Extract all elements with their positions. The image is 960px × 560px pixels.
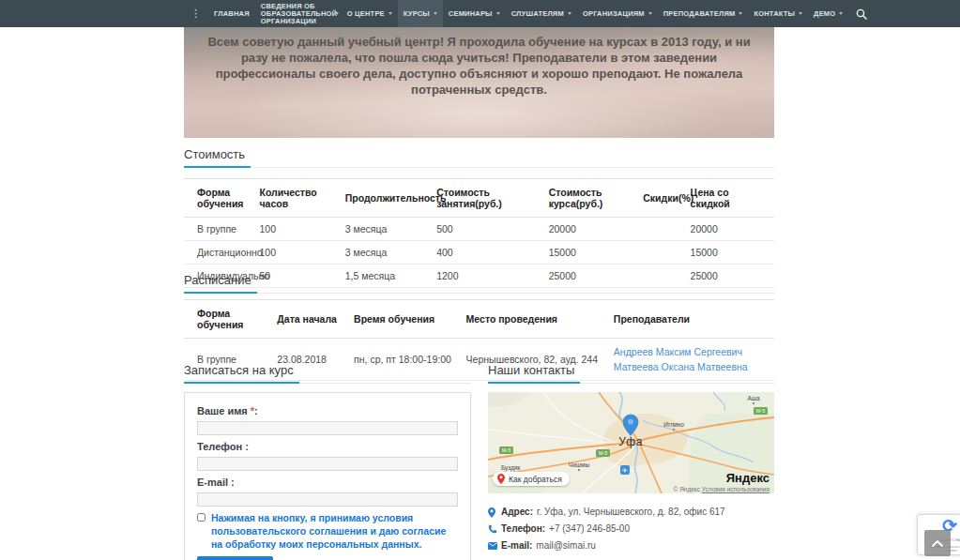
top-navbar: ⋮ ГЛАВНАЯ СВЕДЕНИЯ ОБ ОБРАЗОВАТЕЛЬНОЙ ОР…	[0, 0, 960, 27]
cell: 100	[254, 241, 340, 265]
chevron-down-icon	[648, 12, 652, 15]
chevron-down-icon	[496, 12, 500, 15]
table-row: Дистанционно 100 3 месяца 400 15000 1500…	[184, 241, 774, 265]
table-row: В группе 100 3 месяца 500 20000 20000	[184, 218, 774, 241]
map-city-label: Буздяк	[501, 464, 521, 472]
pricing-section: Стоимость Форма обучения Количество часо…	[184, 145, 774, 288]
nav-item-label: ПРЕПОДАВАТЕЛЯМ	[663, 9, 736, 18]
cell	[638, 218, 685, 241]
nav-item-label: СЕМИНАРЫ	[449, 9, 493, 18]
nav-item-demo[interactable]: ДЕМО	[808, 0, 848, 27]
phone-label: Телефон :	[197, 441, 458, 452]
svg-text:М-5: М-5	[502, 447, 510, 453]
cell: 20000	[544, 218, 639, 241]
pricing-title: Стоимость	[184, 147, 251, 168]
nav-item-contacts[interactable]: КОНТАКТЫ	[748, 0, 808, 27]
nav-item-students[interactable]: СЛУШАТЕЛЯМ	[506, 0, 577, 27]
consent-row: Нажимая на кнопку, я принимаю условия по…	[197, 511, 458, 551]
cell: 400	[432, 241, 544, 265]
col-header: Продолжительность	[341, 179, 432, 218]
nav-item-label: ОРГАНИЗАЦИЯМ	[583, 9, 645, 18]
phone-label: Телефон:	[501, 521, 545, 537]
nav-item-organizations[interactable]: ОРГАНИЗАЦИЯМ	[577, 0, 658, 27]
nav-item-teachers[interactable]: ПРЕПОДАВАТЕЛЯМ	[658, 0, 749, 27]
chevron-down-icon	[739, 12, 742, 15]
airport-icon: ✈	[620, 465, 630, 475]
contacts-title-row: Наши контакты	[488, 361, 774, 384]
col-header: Форма обучения	[184, 300, 272, 339]
col-header: Цена со скидкой	[686, 179, 774, 218]
name-field[interactable]	[197, 421, 458, 435]
review-banner-image: Всем советую данный учебный центр! Я про…	[184, 27, 774, 138]
name-label: Ваше имя *:	[197, 405, 458, 416]
signup-section: Записаться на курс Ваше имя *: Телефон :…	[184, 361, 471, 560]
chevron-down-icon	[568, 12, 571, 15]
cell	[638, 241, 685, 265]
nav-item-courses[interactable]: КУРСЫ	[398, 0, 443, 27]
email-value[interactable]: mail@simai.ru	[536, 537, 596, 554]
email-field[interactable]	[197, 492, 458, 507]
col-header: Место проведения	[462, 300, 609, 339]
cell: 3 месяца	[341, 218, 432, 241]
map-city-label: Иглино	[663, 421, 684, 428]
menu-dots-icon[interactable]: ⋮	[185, 0, 208, 27]
contacts-title: Наши контакты	[488, 363, 580, 384]
directions-button[interactable]: Как добраться	[493, 472, 570, 486]
signup-title: Записаться на курс	[184, 363, 299, 384]
chevron-down-icon	[799, 12, 802, 15]
nav-item-home[interactable]: ГЛАВНАЯ	[208, 0, 255, 27]
contacts-section: Наши контакты М-5	[488, 361, 774, 560]
chevron-down-icon	[434, 12, 437, 15]
cell: 500	[432, 218, 544, 241]
road-badge-m5: М-5	[754, 407, 768, 415]
search-icon[interactable]	[848, 0, 875, 27]
schedule-header-row: Форма обучения Дата начала Время обучени…	[184, 300, 774, 339]
chevron-up-icon	[932, 540, 943, 547]
map-city-label: Чишмы	[569, 462, 590, 468]
red-pin-icon	[497, 474, 505, 484]
nav-item-label: СВЕДЕНИЯ ОБ ОБРАЗОВАТЕЛЬНОЙ ОРГАНИЗАЦИИ	[261, 3, 337, 25]
col-header: Форма обучения	[184, 179, 254, 218]
col-header: Преподаватели	[609, 300, 774, 339]
pricing-header-row: Форма обучения Количество часов Продолжи…	[184, 179, 774, 218]
cell: В группе	[184, 218, 254, 241]
nav-item-label: КОНТАКТЫ	[754, 9, 795, 18]
col-header: Дата начала	[272, 300, 349, 339]
teacher-link[interactable]: Андреев Максим Сергеевич	[614, 344, 770, 359]
nav-item-org-info[interactable]: СВЕДЕНИЯ ОБ ОБРАЗОВАТЕЛЬНОЙ ОРГАНИЗАЦИИ	[255, 0, 342, 27]
road-badge-m5: М-5	[499, 446, 513, 454]
nav-item-label: КУРСЫ	[404, 9, 430, 18]
phone-icon	[488, 524, 501, 534]
terms-link[interactable]: Условия использования	[702, 486, 770, 492]
phone-value: +7 (347) 246-85-00	[549, 521, 630, 537]
nav-item-label: ДЕМО	[814, 9, 835, 18]
email-label: E-mail :	[197, 477, 458, 488]
svg-text:✈: ✈	[622, 467, 628, 474]
address-value: г. Уфа, ул. Чернышевского, д. 82, офис 6…	[537, 504, 725, 521]
map-city-label: Аша	[747, 395, 760, 401]
phone-field[interactable]	[197, 457, 458, 471]
submit-button[interactable]: Отправить	[197, 556, 273, 560]
yandex-map[interactable]: М-5 М-5 М-5 ✈ Аша Иглино Чишмы Буздяк Уф…	[488, 392, 774, 493]
nav-item-label: СЛУШАТЕЛЯМ	[511, 9, 564, 18]
yandex-logo[interactable]: Яндекс	[726, 471, 770, 485]
contact-email-row: E-mail: mail@simai.ru	[488, 537, 774, 554]
consent-checkbox[interactable]	[197, 513, 206, 522]
envelope-icon	[488, 542, 501, 550]
cell: 15000	[544, 241, 639, 265]
signup-form: Ваше имя *: Телефон : E-mail : Нажимая н…	[184, 392, 471, 560]
email-label: E-mail:	[501, 537, 532, 554]
nav-item-seminars[interactable]: СЕМИНАРЫ	[443, 0, 506, 27]
col-header: Скидки(%)	[638, 179, 685, 218]
col-header: Стоимость курса(руб.)	[544, 179, 639, 218]
schedule-title: Расписание	[184, 273, 257, 294]
cell: 20000	[686, 218, 774, 241]
nav-item-label: О ЦЕНТРЕ	[347, 9, 385, 18]
schedule-title-row: Расписание	[184, 271, 774, 294]
map-city-main-label: Уфа	[618, 435, 643, 448]
nav-item-about-center[interactable]: О ЦЕНТРЕ	[342, 0, 398, 27]
pricing-title-row: Стоимость	[184, 145, 774, 168]
cell: Дистанционно	[184, 241, 254, 265]
scroll-to-top-button[interactable]	[924, 530, 951, 556]
review-text: Всем советую данный учебный центр! Я про…	[184, 27, 774, 98]
